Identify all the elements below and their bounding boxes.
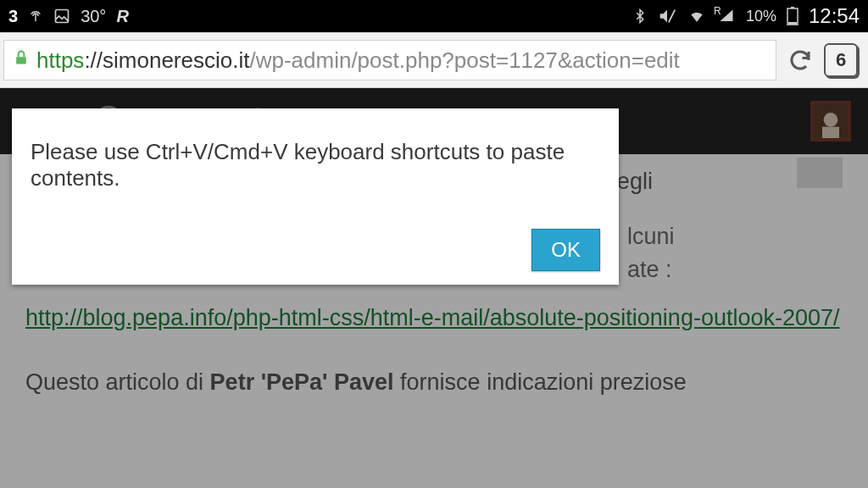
status-temperature: 30° bbox=[81, 7, 106, 26]
android-status-bar: 3 30° R R 10% 12:54 bbox=[0, 0, 868, 32]
dialog-actions: OK bbox=[31, 229, 600, 271]
wifi-icon bbox=[687, 8, 707, 25]
ok-button[interactable]: OK bbox=[531, 229, 600, 271]
svg-rect-5 bbox=[16, 57, 26, 64]
tabs-count: 6 bbox=[836, 49, 846, 71]
app-area: termini di trend di sviluppo, anzi sono … bbox=[0, 88, 868, 488]
carrier-three-icon: 3 bbox=[8, 7, 18, 26]
tabs-button[interactable]: 6 bbox=[824, 43, 858, 77]
reload-button[interactable] bbox=[785, 45, 815, 75]
rockstar-icon: R bbox=[116, 7, 128, 26]
url-scheme: https bbox=[36, 47, 84, 74]
lock-icon bbox=[13, 47, 30, 73]
content-fragment-side: lcuni ate : bbox=[627, 220, 675, 286]
status-right: R 10% 12:54 bbox=[632, 4, 860, 28]
svg-rect-0 bbox=[56, 10, 69, 23]
side-line-1: lcuni bbox=[627, 220, 675, 253]
url-field[interactable]: https://simonerescio.it/wp-admin/post.ph… bbox=[3, 40, 776, 80]
mute-icon bbox=[658, 7, 676, 25]
battery-percent: 10% bbox=[746, 8, 776, 25]
antenna-icon bbox=[28, 8, 43, 24]
svg-rect-3 bbox=[791, 7, 794, 8]
battery-icon bbox=[787, 7, 798, 25]
url-path: /wp-admin/post.php?post=1127&action=edit bbox=[249, 47, 679, 74]
side-line-2: ate : bbox=[627, 253, 675, 286]
url-domain: simonerescio.it bbox=[103, 47, 249, 74]
bluetooth-icon bbox=[632, 7, 648, 25]
dialog-message: Please use Ctrl+V/Cmd+V keyboard shortcu… bbox=[31, 139, 600, 191]
status-time: 12:54 bbox=[809, 4, 860, 28]
browser-url-bar: https://simonerescio.it/wp-admin/post.ph… bbox=[0, 32, 868, 88]
url-sep: :// bbox=[84, 47, 103, 74]
picture-icon bbox=[53, 8, 70, 25]
status-left: 3 30° R bbox=[8, 7, 622, 26]
roaming-indicator: R bbox=[714, 5, 721, 17]
paste-dialog: Please use Ctrl+V/Cmd+V keyboard shortcu… bbox=[12, 108, 619, 285]
svg-line-1 bbox=[669, 10, 675, 23]
signal-icon: R bbox=[717, 8, 736, 24]
svg-rect-4 bbox=[788, 22, 797, 25]
